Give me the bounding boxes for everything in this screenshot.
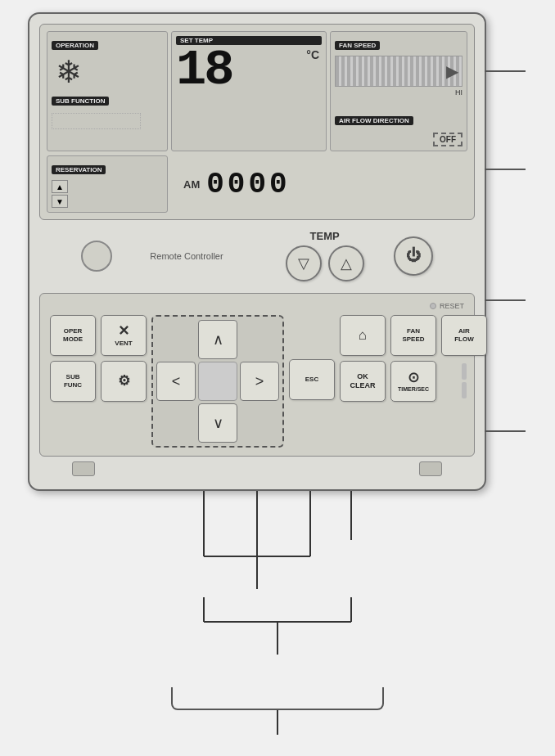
sub-function-content [52,113,141,129]
bottom-bracket [171,687,384,710]
fan-speed-button[interactable]: FANSPEED [390,315,436,356]
time-section: AM 0000 [171,155,467,213]
temp-controls: Remote Controller TEMP ▽ △ ⏻ [39,230,475,281]
bottom-line [277,710,278,735]
temperature-display: 18 [176,47,322,93]
temp-down-button[interactable]: ▽ [286,245,322,281]
vent-label: VENT [115,340,132,348]
main-buttons-area: OPERMODE SUBFUNC ✕ VENT ⚙ [50,315,464,448]
fan-speed-btn-label: FANSPEED [402,327,424,343]
buttons-section: RESET OPERMODE SUBFUNC ✕ VEN [39,293,475,457]
esc-button[interactable]: ESC [289,359,335,400]
connector-pin-left [72,461,95,476]
sub-function-label: SUB FUNCTION [52,97,109,106]
am-label: AM [183,178,200,191]
nav-empty-tr [240,320,279,359]
temperature-box: SET TEMP °C 18 [171,31,327,151]
sub-connectors [39,458,475,479]
operation-box: OPERATION ❄ SUB FUNCTION [47,31,168,151]
vent-button[interactable]: ✕ VENT [101,315,147,356]
right-buttons-col: FANSPEED ⊙ TIMER/SEC [390,315,436,402]
reset-area: RESET [50,302,464,310]
ok-clear-label: OKCLEAR [350,372,376,390]
spacer-esc [289,315,335,354]
res-arrow-down: ▼ [52,195,68,208]
nav-cluster: ∧ < > ∨ [151,315,284,448]
temp-up-button[interactable]: △ [328,245,364,281]
esc-label: ESC [305,376,318,384]
oper-mode-label: OPERMODE [63,327,83,343]
fan-bars: ▶ [335,56,463,87]
nav-empty-br [240,403,279,443]
timer-sec-button[interactable]: ⊙ TIMER/SEC [390,361,436,402]
nav-empty-tl [156,320,196,359]
fan-speed-box: FAN SPEED ▶ HI AIR FLOW DIRECTION OFF [330,31,467,151]
timer-sec-label: TIMER/SEC [398,386,429,393]
off-indicator: OFF [433,133,463,146]
fan-speed-label: FAN SPEED [335,41,380,50]
vent-icon: ✕ [118,323,129,340]
connector-pin-right [419,461,442,476]
time-display: 0000 [206,168,290,201]
left-buttons-col: OPERMODE SUBFUNC [50,315,96,402]
res-arrow-up: ▲ [52,180,68,193]
power-button[interactable]: ⏻ [394,236,433,276]
home-icon: ⌂ [359,327,367,344]
home-col: ⌂ OKCLEAR [340,315,386,402]
nav-up-button[interactable]: ∧ [198,320,237,359]
snowflake-icon: ❄ [56,56,163,88]
settings-gear-icon: ⚙ [118,373,130,389]
nav-empty-bl [156,403,196,443]
nav-left-button[interactable]: < [156,362,196,401]
reset-indicator-dot [430,303,436,309]
home-button[interactable]: ⌂ [340,315,386,356]
side-ridges [441,361,487,400]
fan-hi: HI [335,88,463,97]
connector-svg [28,491,527,687]
nav-right-button[interactable]: > [240,362,279,401]
ok-clear-button[interactable]: OKCLEAR [340,361,386,402]
reservation-label: RESERVATION [52,165,106,174]
oper-mode-button[interactable]: OPERMODE [50,315,96,356]
reservation-section: RESERVATION ▲ ▼ [47,155,168,213]
celsius-symbol: °C [306,48,319,61]
air-flow-button[interactable]: AIRFLOW [441,315,487,356]
reset-label: RESET [440,302,464,310]
operation-label: OPERATION [52,41,98,50]
esc-col: ESC [289,315,335,400]
air-flow-label: AIRFLOW [454,327,474,343]
timer-icon: ⊙ [408,370,419,386]
nav-center-empty [198,362,237,401]
sub-func-button[interactable]: SUBFUNC [50,361,96,402]
far-right-col: AIRFLOW [441,315,487,400]
remote-controller-label: Remote Controller [150,251,223,261]
nav-down-button[interactable]: ∨ [198,403,237,443]
sub-func-label: SUBFUNC [64,373,82,389]
fan-arrow-icon: ▶ [446,61,458,81]
temp-label: TEMP [310,230,340,242]
air-flow-direction-label: AIR FLOW DIRECTION [335,116,413,125]
temp-buttons-row: ▽ △ [286,245,364,281]
connector-lines-area [28,491,527,687]
controller-light [81,241,112,272]
side-connectors [485,14,526,489]
temp-buttons-group: TEMP ▽ △ [286,230,364,281]
vent-col: ✕ VENT ⚙ [101,315,147,402]
reservation-arrows: ▲ ▼ [52,180,163,208]
settings-button[interactable]: ⚙ [101,361,147,402]
power-icon: ⏻ [406,247,421,264]
display-section: OPERATION ❄ SUB FUNCTION SET TEMP °C 18 … [39,24,475,220]
